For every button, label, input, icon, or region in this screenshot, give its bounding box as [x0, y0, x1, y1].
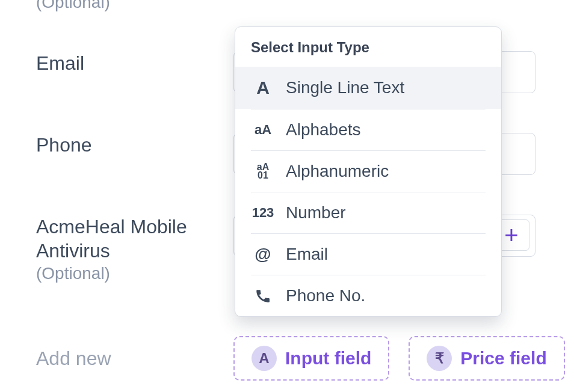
- option-label: Alphabets: [286, 120, 361, 139]
- option-phone[interactable]: Phone No.: [235, 275, 501, 316]
- input-field-chip-label: Input field: [285, 348, 371, 369]
- option-single-line-text[interactable]: A Single Line Text: [235, 67, 501, 109]
- add-input-field-chip[interactable]: A Input field: [233, 336, 389, 381]
- price-field-icon: ₹: [427, 346, 452, 371]
- option-alphanumeric[interactable]: aA 01 Alphanumeric: [235, 151, 501, 192]
- option-label: Alphanumeric: [286, 162, 389, 181]
- price-field-chip-label: Price field: [460, 348, 546, 369]
- option-number[interactable]: 123 Number: [235, 192, 501, 233]
- option-alphabets[interactable]: aA Alphabets: [235, 109, 501, 150]
- alphanumeric-icon-bottom: 01: [258, 171, 268, 180]
- email-label: Email: [36, 51, 233, 75]
- alphabets-icon: aA: [251, 122, 275, 138]
- add-price-field-chip[interactable]: ₹ Price field: [409, 336, 564, 381]
- input-type-popup: Select Input Type A Single Line Text aA …: [235, 26, 502, 317]
- at-icon: @: [251, 245, 275, 264]
- option-email[interactable]: @ Email: [235, 234, 501, 275]
- acme-label-line1: AcmeHeal Mobile: [36, 215, 233, 239]
- input-field-icon: A: [252, 346, 277, 371]
- option-label: Number: [286, 203, 346, 222]
- plus-icon: +: [504, 223, 518, 247]
- option-label: Single Line Text: [286, 78, 404, 97]
- acme-label-line2: Antivirus: [36, 239, 233, 263]
- option-label: Email: [286, 245, 328, 264]
- option-label: Phone No.: [286, 286, 365, 305]
- letter-a-icon: A: [251, 78, 275, 98]
- field-row-top: (Optional): [0, 0, 233, 13]
- add-new-label: Add new: [36, 348, 233, 370]
- acme-optional-tag: (Optional): [36, 263, 233, 284]
- popup-header: Select Input Type: [235, 27, 501, 67]
- optional-tag: (Optional): [36, 0, 233, 13]
- alphanumeric-icon: aA 01: [251, 163, 275, 180]
- phone-label: Phone: [36, 133, 233, 157]
- phone-icon: [251, 287, 275, 304]
- add-new-row: Add new A Input field ₹ Price field: [0, 336, 565, 381]
- number-icon: 123: [251, 205, 275, 221]
